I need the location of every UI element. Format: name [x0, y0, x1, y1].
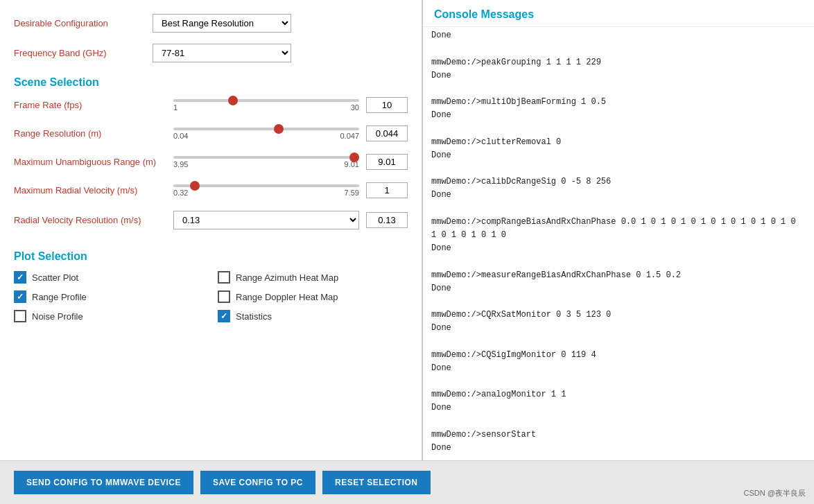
range-resolution-value: 0.044 [366, 125, 408, 141]
max-velocity-label: Maximum Radial Velocity (m/s) [14, 185, 173, 195]
range-azimuth-label: Range Azimuth Heat Map [236, 272, 338, 283]
bottom-buttons: SEND CONFIG TO MMWAVE DEVICE SAVE CONFIG… [0, 460, 814, 504]
scene-selection-title: Scene Selection [14, 76, 408, 89]
radial-vel-res-value: 0.13 [366, 212, 408, 228]
frame-rate-slider[interactable] [173, 99, 359, 102]
radial-vel-res-select[interactable]: 0.13 0.26 0.52 [173, 211, 359, 229]
plot-item-statistics: Statistics [218, 310, 408, 322]
reset-selection-button[interactable]: RESET SELECTION [322, 471, 431, 494]
frequency-band-row: Frequency Band (GHz) 77-81 60-64 [14, 44, 408, 62]
noise-checkbox[interactable] [14, 310, 26, 322]
desirable-config-select[interactable]: Best Range Resolution Best Velocity Reso… [153, 14, 291, 33]
plot-item-range-azimuth: Range Azimuth Heat Map [218, 271, 408, 284]
frequency-band-label: Frequency Band (GHz) [14, 48, 153, 58]
range-resolution-slider-container: 0.04 0.047 [173, 128, 359, 140]
max-range-value: 9.01 [366, 154, 408, 170]
frequency-band-select[interactable]: 77-81 60-64 [153, 44, 291, 62]
radial-vel-res-label: Radial Velocity Resolution (m/s) [14, 215, 173, 225]
max-velocity-value: 1 [366, 182, 408, 198]
right-panel: Console Messages Done mmwDemo:/>guiMonit… [423, 0, 814, 460]
range-resolution-row: Range Resolution (m) 0.04 0.047 0.044 [14, 125, 408, 141]
scatter-label: Scatter Plot [32, 272, 78, 283]
plot-selection-section: Plot Selection Scatter Plot Range Azimut… [14, 247, 408, 322]
range-azimuth-checkbox[interactable] [218, 271, 230, 284]
send-config-button[interactable]: SEND CONFIG TO MMWAVE DEVICE [14, 471, 193, 494]
frame-rate-slider-container: 1 30 [173, 99, 359, 112]
range-resolution-slider[interactable] [173, 128, 359, 130]
plot-item-range-doppler: Range Doppler Heat Map [218, 290, 408, 303]
plot-grid: Scatter Plot Range Azimuth Heat Map Rang… [14, 271, 408, 322]
max-range-row: Maximum Unambiguous Range (m) 3.95 9.01 … [14, 154, 408, 170]
max-range-label: Maximum Unambiguous Range (m) [14, 157, 173, 167]
desirable-config-label: Desirable Configuration [14, 18, 153, 28]
plot-item-noise: Noise Profile [14, 310, 204, 322]
range-profile-label: Range Profile [32, 292, 87, 302]
frame-rate-label: Frame Rate (fps) [14, 100, 173, 110]
console-body[interactable]: Done mmwDemo:/>guiMonitor 1 1 0 0 0 1 Do… [423, 27, 814, 460]
console-header: Console Messages [423, 0, 814, 27]
range-doppler-label: Range Doppler Heat Map [236, 292, 338, 302]
max-range-slider[interactable] [173, 156, 359, 159]
noise-label: Noise Profile [32, 311, 83, 322]
left-panel: Desirable Configuration Best Range Resol… [0, 0, 423, 460]
max-velocity-slider-container: 0.32 7.59 [173, 184, 359, 197]
frame-rate-value: 10 [366, 97, 408, 113]
max-velocity-slider[interactable] [173, 184, 359, 187]
plot-item-scatter: Scatter Plot [14, 271, 204, 284]
scatter-checkbox[interactable] [14, 271, 26, 284]
frame-rate-row: Frame Rate (fps) 1 30 10 [14, 97, 408, 113]
range-profile-checkbox[interactable] [14, 290, 26, 303]
save-config-button[interactable]: SAVE CONFIG TO PC [200, 471, 315, 494]
desirable-config-row: Desirable Configuration Best Range Resol… [14, 14, 408, 33]
max-range-slider-container: 3.95 9.01 [173, 156, 359, 168]
statistics-label: Statistics [236, 311, 272, 322]
plot-item-range-profile: Range Profile [14, 290, 204, 303]
range-doppler-checkbox[interactable] [218, 290, 230, 303]
range-resolution-label: Range Resolution (m) [14, 128, 173, 139]
plot-selection-title: Plot Selection [14, 250, 408, 263]
max-velocity-row: Maximum Radial Velocity (m/s) 0.32 7.59 … [14, 182, 408, 198]
radial-vel-res-row: Radial Velocity Resolution (m/s) 0.13 0.… [14, 211, 408, 229]
statistics-checkbox[interactable] [218, 310, 230, 322]
